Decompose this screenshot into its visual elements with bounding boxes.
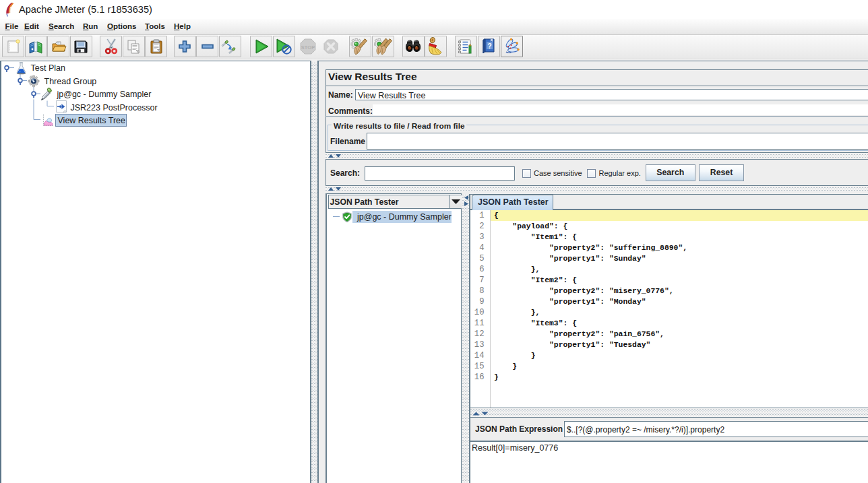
- svg-text:STOP: STOP: [301, 44, 315, 51]
- svg-text:?: ?: [487, 42, 491, 50]
